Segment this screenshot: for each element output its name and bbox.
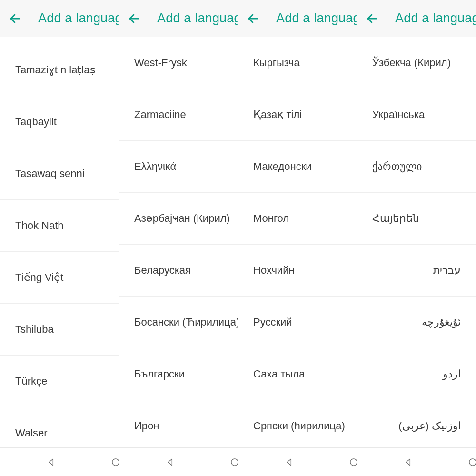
language-item[interactable]: Tiếng Việt — [0, 252, 119, 304]
language-item[interactable]: Taqbaylit — [0, 96, 119, 148]
language-label: Українська — [372, 109, 425, 121]
nav-home-icon[interactable] — [229, 457, 238, 467]
language-item[interactable]: Қазақ тілі — [238, 89, 357, 141]
language-panel: Add a languageЎзбекча (Кирил)Українськаქ… — [357, 0, 476, 476]
language-panel: Add a languageWest-FryskZarmaciineΕλληνι… — [119, 0, 238, 476]
navigation-bar — [357, 447, 476, 476]
app-bar: Add a language — [238, 0, 357, 37]
language-label: Walser — [15, 427, 48, 439]
app-bar: Add a language — [119, 0, 238, 37]
language-list: Ўзбекча (Кирил)УкраїнськаქართულიՀայերենע… — [357, 37, 476, 476]
nav-back-icon[interactable] — [403, 457, 414, 467]
language-panel: Add a languageTamaziɣt n laṭlaṣTaqbaylit… — [0, 0, 119, 476]
language-item[interactable]: Ўзбекча (Кирил) — [357, 37, 476, 89]
language-item[interactable]: Zarmaciine — [119, 89, 238, 141]
language-item[interactable]: Thok Nath — [0, 200, 119, 252]
language-label: ქართული — [372, 160, 422, 173]
app-bar: Add a language — [357, 0, 476, 37]
language-item[interactable]: Азәрбајҹан (Кирил) — [119, 193, 238, 245]
language-label: Tshiluba — [15, 323, 54, 336]
language-label: Taqbaylit — [15, 116, 57, 128]
navigation-bar — [119, 447, 238, 476]
language-label: ئۇيغۇرچە — [422, 316, 461, 328]
svg-point-7 — [469, 458, 476, 465]
language-item[interactable]: עברית — [357, 245, 476, 297]
language-item[interactable]: Македонски — [238, 141, 357, 193]
page-title: Add a language — [157, 11, 238, 26]
nav-back-icon[interactable] — [284, 457, 295, 467]
language-item[interactable]: West-Frysk — [119, 37, 238, 89]
nav-home-icon[interactable] — [467, 457, 476, 467]
language-item[interactable]: Саха тыла — [238, 348, 357, 400]
language-item[interactable]: Tamaziɣt n laṭlaṣ — [0, 44, 119, 96]
language-label: Саха тыла — [253, 368, 305, 380]
language-label: Türkçe — [15, 375, 47, 387]
nav-back-icon[interactable] — [46, 457, 57, 467]
language-item[interactable]: Кыргызча — [238, 37, 357, 89]
svg-point-1 — [112, 458, 119, 465]
language-label: Босански (Ћирилица) — [134, 316, 238, 328]
language-label: Српски (ћирилица) — [253, 420, 345, 432]
app-bar: Add a language — [0, 0, 119, 37]
language-label: Монгол — [253, 212, 289, 225]
language-item[interactable]: Українська — [357, 89, 476, 141]
language-item[interactable]: Tasawaq senni — [0, 148, 119, 200]
language-label: Български — [134, 368, 185, 380]
language-item[interactable]: اوزبیک (عربی) — [357, 400, 476, 452]
nav-home-icon[interactable] — [348, 457, 357, 467]
language-label: Македонски — [253, 160, 312, 173]
language-list: КыргызчаҚазақ тіліМакедонскиМонголНохчий… — [238, 37, 357, 476]
language-label: اردو — [443, 368, 461, 380]
language-list: West-FryskZarmaciineΕλληνικάАзәрбајҹан (… — [119, 37, 238, 476]
language-item[interactable]: Монгол — [238, 193, 357, 245]
nav-back-icon[interactable] — [165, 457, 176, 467]
language-item[interactable]: اردو — [357, 348, 476, 400]
language-item[interactable]: Ελληνικά — [119, 141, 238, 193]
language-item[interactable]: ئۇيغۇرچە — [357, 297, 476, 348]
language-label: Беларуская — [134, 264, 191, 277]
language-item[interactable]: ქართული — [357, 141, 476, 193]
back-arrow-icon[interactable] — [128, 12, 141, 25]
language-item[interactable]: Tshiluba — [0, 304, 119, 356]
language-label: Tasawaq senni — [15, 168, 85, 180]
language-panel: Add a languageКыргызчаҚазақ тіліМакедонс… — [238, 0, 357, 476]
back-arrow-icon[interactable] — [366, 12, 379, 25]
page-title: Add a language — [38, 11, 119, 26]
language-label: West-Frysk — [134, 57, 187, 69]
language-item[interactable]: Русский — [238, 297, 357, 348]
language-list: Tamaziɣt n laṭlaṣTaqbaylitTasawaq senniT… — [0, 37, 119, 476]
language-item[interactable]: Српски (ћирилица) — [238, 400, 357, 452]
language-label: Кыргызча — [253, 57, 300, 69]
language-label: Нохчийн — [253, 264, 295, 277]
language-label: Zarmaciine — [134, 109, 186, 121]
language-item[interactable]: Беларуская — [119, 245, 238, 297]
navigation-bar — [0, 447, 119, 476]
language-label: Азәрбајҹан (Кирил) — [134, 212, 230, 225]
language-label: Ελληνικά — [134, 160, 176, 173]
language-label: Thok Nath — [15, 219, 64, 232]
language-label: Հայերեն — [372, 212, 419, 225]
svg-point-5 — [350, 458, 357, 465]
language-label: Tiếng Việt — [15, 271, 63, 284]
language-label: اوزبیک (عربی) — [398, 420, 461, 432]
back-arrow-icon[interactable] — [247, 12, 260, 25]
language-item[interactable]: Нохчийн — [238, 245, 357, 297]
language-label: Қазақ тілі — [253, 109, 302, 121]
language-item[interactable]: Босански (Ћирилица) — [119, 297, 238, 348]
language-item[interactable]: Հայերեն — [357, 193, 476, 245]
language-item[interactable]: Български — [119, 348, 238, 400]
language-item[interactable]: Ирон — [119, 400, 238, 452]
language-label: Русский — [253, 316, 292, 328]
language-label: עברית — [433, 264, 461, 277]
page-title: Add a language — [395, 11, 476, 26]
page-title: Add a language — [276, 11, 357, 26]
language-label: Tamaziɣt n laṭlaṣ — [15, 64, 95, 76]
svg-point-3 — [231, 458, 238, 465]
language-label: Ирон — [134, 420, 159, 432]
navigation-bar — [238, 447, 357, 476]
language-label: Ўзбекча (Кирил) — [372, 57, 451, 69]
back-arrow-icon[interactable] — [9, 12, 22, 25]
language-item[interactable]: Türkçe — [0, 356, 119, 407]
nav-home-icon[interactable] — [110, 457, 119, 467]
